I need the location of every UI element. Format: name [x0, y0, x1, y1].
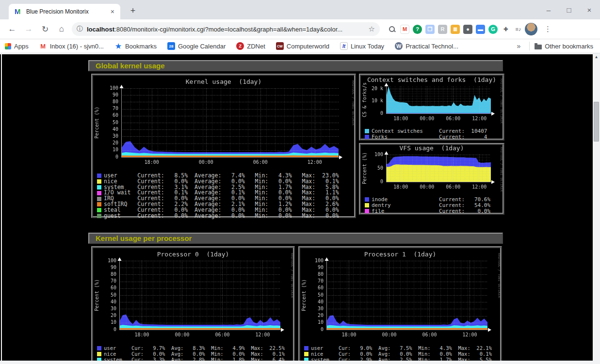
legend-text: dentry Current: 54.0% — [372, 203, 490, 208]
bookmark-items: AppsMInbox (16) - sjvn0...★Bookmarks28Go… — [5, 42, 469, 50]
legend-swatch — [97, 208, 101, 212]
context-switches-graph[interactable] — [361, 76, 503, 126]
address-bar[interactable]: ⓘ localhost :8080/monitorix-cgi/monitori… — [72, 22, 380, 36]
legend-swatch — [304, 346, 308, 350]
bookmark-item-practical-technol[interactable]: WPractical Technol... — [395, 42, 458, 50]
bookmark-label: Google Calendar — [178, 43, 226, 50]
bookmark-item-zdnet[interactable]: ZZDNet — [236, 42, 265, 50]
kernel-usage-graph[interactable] — [93, 76, 354, 171]
profile-avatar[interactable] — [525, 23, 537, 35]
processor0-panel: user Cur: 9.7% Avg: 8.3% Min: 4.9% Max: … — [91, 246, 295, 364]
bookmark-label: Practical Technol... — [405, 43, 458, 50]
scrollbar-up-arrow[interactable]: ▲ — [593, 53, 600, 61]
zoom-extension-icon[interactable]: ▬ — [476, 25, 485, 34]
legend-text: Forks Current: 4 — [372, 134, 487, 140]
bookmark-label: Computerworld — [287, 43, 329, 50]
tab-title: Blue Precision Monitorix — [26, 8, 109, 15]
bookmark-item-apps[interactable]: Apps — [5, 43, 29, 50]
bookmark-item-bookmarks[interactable]: ★Bookmarks — [114, 42, 157, 50]
vertical-scrollbar[interactable]: ▲ — [593, 53, 600, 364]
extensions-area: M?❐R≣●▬G✚≡♪ — [388, 25, 523, 34]
legend-swatch — [97, 352, 101, 356]
folder-icon — [535, 45, 542, 49]
legend-text: guest Current: 0.0% Average: 0.0% Min: 0… — [104, 213, 339, 219]
scrollbar-thumb[interactable] — [594, 102, 599, 142]
section-header-kernel-per-processor: Kernel usage per processor — [88, 233, 503, 244]
legend-text: file Current: 0.0% — [372, 208, 490, 214]
new-tab-button[interactable]: + — [127, 6, 139, 16]
bookmark-item-linux-today[interactable]: ltLinux Today — [340, 42, 384, 50]
gmail-extension-icon[interactable]: M — [400, 25, 409, 34]
wp-icon: W — [395, 42, 403, 50]
bookmark-label: Apps — [14, 43, 29, 50]
legend-text: nice Cur: 0.0% Avg: 0.0% Min: 0.0% Max: … — [311, 351, 492, 357]
hangouts-extension-icon[interactable]: ? — [413, 25, 422, 34]
kernel-usage-legend: user Current: 8.5% Average: 7.4% Min: 4.… — [93, 173, 354, 219]
gmail-icon: M — [39, 42, 47, 50]
cw-icon: CW — [276, 42, 284, 50]
search-extension-icon[interactable] — [388, 25, 397, 34]
legend-swatch — [304, 352, 308, 356]
legend-row: nice Cur: 0.0% Avg: 0.0% Min: 0.0% Max: … — [304, 351, 500, 357]
reload-button[interactable]: ↻ — [38, 22, 52, 36]
legend-swatch — [97, 346, 101, 350]
maximize-button[interactable]: □ — [565, 6, 573, 14]
grammarly-extension-icon[interactable]: G — [488, 25, 498, 34]
legend-swatch — [365, 129, 369, 133]
page-left-edge — [1, 53, 2, 364]
home-button[interactable]: ⌂ — [55, 22, 68, 36]
other-bookmarks-label: Other bookmarks — [545, 43, 593, 50]
puzzle-extensions-icon[interactable]: ✚ — [501, 25, 510, 34]
legend-text: nice Cur: 0.0% Avg: 0.0% Min: 0.0% Max: … — [104, 351, 285, 357]
forward-button[interactable]: → — [22, 22, 35, 36]
tab-close-icon[interactable]: × — [109, 8, 116, 16]
grid-icon — [5, 43, 11, 49]
copy-pages-extension-icon[interactable]: ❐ — [425, 25, 435, 34]
page-info-icon[interactable]: ⓘ — [77, 25, 83, 33]
bookmark-item-computerworld[interactable]: CWComputerworld — [276, 42, 329, 50]
legend-swatch — [97, 202, 101, 206]
back-button[interactable]: ← — [5, 22, 19, 36]
books-extension-icon[interactable]: ≣ — [451, 25, 460, 34]
window-controls: – □ × — [545, 0, 593, 19]
bookmarks-overflow-chevron[interactable]: » — [513, 42, 525, 50]
bookmark-item-inbox-16-sjvn0[interactable]: MInbox (16) - sjvn0... — [39, 42, 104, 50]
processor1-graph[interactable] — [300, 248, 500, 343]
horizontal-scrollbar[interactable] — [0, 361, 593, 364]
browser-tab[interactable]: M Blue Precision Monitorix × — [9, 4, 120, 19]
r-extension-icon[interactable]: R — [438, 25, 447, 34]
legend-row: Forks Current: 4 — [365, 134, 503, 140]
titlebar: M Blue Precision Monitorix × + – □ × — [0, 0, 600, 19]
legend-swatch — [97, 185, 101, 190]
window-close-button[interactable]: × — [585, 6, 593, 14]
legend-row: nice Cur: 0.0% Avg: 0.0% Min: 0.0% Max: … — [97, 351, 293, 357]
processor0-graph[interactable] — [93, 248, 293, 343]
bookmark-label: ZDNet — [247, 43, 265, 50]
toolbar: ← → ↻ ⌂ ⓘ localhost :8080/monitorix-cgi/… — [0, 19, 600, 39]
cal-icon: 28 — [167, 42, 175, 50]
other-bookmarks-button[interactable]: Other bookmarks — [535, 43, 593, 50]
bookmarks-separator — [529, 42, 530, 50]
bookmark-label: Inbox (16) - sjvn0... — [50, 43, 104, 50]
bookmarks-bar: AppsMInbox (16) - sjvn0...★Bookmarks28Go… — [0, 39, 600, 53]
legend-swatch — [97, 214, 101, 218]
bookmark-item-google-calendar[interactable]: 28Google Calendar — [167, 42, 226, 50]
vfs-usage-panel: inode Current: 70.6%dentry Current: 54.0… — [359, 143, 504, 215]
legend-swatch — [365, 197, 369, 202]
legend-row: guest Current: 0.0% Average: 0.0% Min: 0… — [97, 213, 354, 219]
password-extension-icon[interactable]: ● — [463, 25, 472, 34]
browser-menu-icon[interactable]: ⋮ — [541, 25, 554, 33]
monitorix-favicon: M — [15, 8, 22, 16]
playlist-extension-icon[interactable]: ≡♪ — [514, 25, 523, 34]
legend-swatch — [97, 179, 101, 184]
bookmark-label: Bookmarks — [125, 43, 157, 50]
url-path: :8080/monitorix-cgi/monitorix.cgi?mode=l… — [114, 26, 342, 33]
legend-row: file Current: 0.0% — [365, 208, 503, 214]
vfs-usage-graph[interactable] — [361, 145, 503, 194]
processor1-panel: user Cur: 9.0% Avg: 7.5% Min: 4.3% Max: … — [298, 246, 502, 364]
context-switches-panel: Context switches Current: 10407Forks Cur… — [359, 74, 504, 141]
url-host: localhost — [87, 26, 114, 33]
minimize-button[interactable]: – — [545, 6, 552, 14]
bookmark-label: Linux Today — [351, 43, 384, 50]
bookmark-star-icon[interactable]: ☆ — [365, 25, 375, 33]
